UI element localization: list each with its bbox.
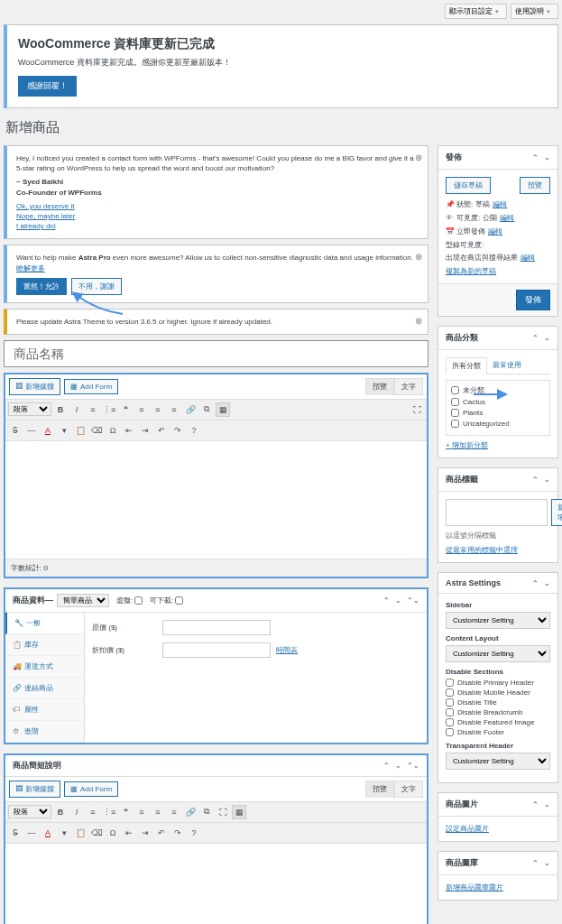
chevron-updown-icon[interactable]: ⌃⌄ bbox=[407, 762, 419, 770]
cat-checkbox[interactable] bbox=[451, 386, 459, 394]
cat-tab-all[interactable]: 所有分類 bbox=[446, 357, 487, 374]
toolbar-toggle-icon[interactable]: ▦ bbox=[232, 805, 246, 819]
virtual-checkbox[interactable] bbox=[134, 596, 143, 605]
italic-icon[interactable]: I bbox=[69, 805, 84, 819]
indent-icon[interactable]: ⇥ bbox=[138, 826, 152, 840]
add-form-button[interactable]: ▦Add Form bbox=[64, 781, 118, 797]
chevron-down-icon[interactable]: ⌄ bbox=[544, 800, 550, 808]
special-char-icon[interactable]: Ω bbox=[106, 826, 120, 840]
cat-checkbox[interactable] bbox=[451, 420, 459, 428]
chevron-up-icon[interactable]: ⌃ bbox=[383, 762, 390, 770]
pd-tab-attributes[interactable]: 🏷屬性 bbox=[5, 699, 84, 721]
edit-status-link[interactable]: 編輯 bbox=[493, 199, 507, 209]
set-image-link[interactable]: 設定商品圖片 bbox=[446, 824, 489, 834]
pd-tab-advanced[interactable]: ⚙進階 bbox=[5, 721, 84, 743]
screen-options-button[interactable]: 顯示項目設定 bbox=[445, 4, 507, 19]
toolbar-toggle-icon[interactable]: ▦ bbox=[216, 402, 230, 417]
chevron-updown-icon[interactable]: ⌃⌄ bbox=[407, 596, 419, 605]
add-form-button[interactable]: ▦Add Form bbox=[64, 379, 118, 394]
product-title-input[interactable] bbox=[4, 340, 428, 367]
copy-draft-link[interactable]: 複製為新的草稿 bbox=[446, 266, 550, 276]
clear-format-icon[interactable]: ⌫ bbox=[89, 423, 104, 438]
sale-price-input[interactable] bbox=[162, 642, 271, 658]
transparent-select[interactable]: Customizer Setting bbox=[446, 753, 550, 770]
strike-icon[interactable]: S̶ bbox=[8, 423, 23, 438]
undo-icon[interactable]: ↶ bbox=[154, 423, 169, 438]
disable-footer-checkbox[interactable] bbox=[446, 728, 454, 736]
close-icon[interactable]: ⊗ bbox=[415, 152, 422, 164]
add-tag-button[interactable]: 新增 bbox=[551, 499, 562, 526]
wpforms-link-ok[interactable]: Ok, you deserve it bbox=[16, 201, 419, 211]
clear-format-icon[interactable]: ⌫ bbox=[89, 826, 104, 840]
chevron-up-icon[interactable]: ⌃ bbox=[532, 859, 539, 867]
text-color-icon[interactable]: A bbox=[41, 423, 55, 438]
more-icon[interactable]: ⧉ bbox=[199, 402, 214, 417]
chevron-up-icon[interactable]: ⌃ bbox=[383, 596, 390, 605]
fullscreen-icon[interactable]: ⛶ bbox=[410, 402, 424, 417]
wc-notice-dismiss-button[interactable]: 感謝回覆！ bbox=[18, 76, 77, 97]
align-center-icon[interactable]: ≡ bbox=[151, 805, 165, 819]
align-left-icon[interactable]: ≡ bbox=[134, 805, 149, 819]
disable-mobile-header-checkbox[interactable] bbox=[446, 688, 454, 697]
chevron-down-icon[interactable]: ⌄ bbox=[395, 762, 401, 770]
list-ul-icon[interactable]: ≡ bbox=[86, 805, 100, 819]
sidebar-select[interactable]: Customizer Setting bbox=[446, 612, 550, 629]
save-draft-button[interactable]: 儲存草稿 bbox=[446, 177, 491, 194]
align-right-icon[interactable]: ≡ bbox=[167, 805, 181, 819]
caret-icon[interactable]: ▾ bbox=[57, 423, 71, 438]
chevron-down-icon[interactable]: ⌄ bbox=[544, 334, 550, 342]
add-media-button[interactable]: 🖼新增媒體 bbox=[9, 378, 60, 395]
astra-deny-button[interactable]: 不用，謝謝 bbox=[71, 278, 122, 295]
chevron-up-icon[interactable]: ⌃ bbox=[532, 800, 539, 808]
product-type-select[interactable]: 簡單商品 bbox=[57, 594, 109, 607]
paragraph-select[interactable]: 段落 bbox=[8, 402, 51, 416]
wpforms-link-nope[interactable]: Nope, maybe later bbox=[16, 211, 419, 221]
disable-breadcrumb-checkbox[interactable] bbox=[446, 708, 454, 716]
tab-visual[interactable]: 預覽 bbox=[365, 378, 394, 395]
tag-input[interactable] bbox=[446, 499, 548, 526]
help-icon[interactable]: ? bbox=[187, 826, 201, 840]
chevron-down-icon[interactable]: ⌄ bbox=[544, 859, 550, 867]
disable-featured-image-checkbox[interactable] bbox=[446, 718, 454, 726]
link-icon[interactable]: 🔗 bbox=[183, 402, 198, 417]
astra-learn-more-link[interactable]: 瞭解更多 bbox=[16, 263, 45, 273]
cat-checkbox[interactable] bbox=[451, 409, 459, 417]
layout-select[interactable]: Customizer Setting bbox=[446, 645, 550, 662]
redo-icon[interactable]: ↷ bbox=[170, 423, 185, 438]
chevron-down-icon[interactable]: ⌄ bbox=[544, 476, 550, 484]
cat-checkbox[interactable] bbox=[451, 398, 459, 406]
add-media-button[interactable]: 🖼新增媒體 bbox=[9, 781, 60, 798]
wpforms-link-already[interactable]: I already did bbox=[16, 221, 419, 231]
paste-text-icon[interactable]: 📋 bbox=[73, 423, 88, 438]
strike-icon[interactable]: S̶ bbox=[8, 826, 23, 840]
tab-text[interactable]: 文字 bbox=[394, 378, 423, 395]
tab-text[interactable]: 文字 bbox=[394, 781, 423, 798]
help-button[interactable]: 使用說明 bbox=[511, 4, 558, 19]
list-ol-icon[interactable]: ⋮≡ bbox=[102, 805, 116, 819]
publish-button[interactable]: 發佈 bbox=[516, 290, 550, 310]
hr-icon[interactable]: — bbox=[24, 423, 39, 438]
link-icon[interactable]: 🔗 bbox=[183, 805, 198, 819]
redo-icon[interactable]: ↷ bbox=[170, 826, 185, 840]
short-desc-editor[interactable] bbox=[5, 844, 427, 924]
special-char-icon[interactable]: Ω bbox=[106, 423, 120, 438]
editor-content[interactable] bbox=[5, 441, 427, 559]
pd-tab-general[interactable]: 🔧一般 bbox=[5, 613, 84, 634]
edit-visibility-link[interactable]: 編輯 bbox=[500, 213, 514, 223]
edit-date-link[interactable]: 編輯 bbox=[488, 226, 502, 236]
edit-catalog-link[interactable]: 編輯 bbox=[521, 253, 535, 263]
chevron-down-icon[interactable]: ⌄ bbox=[395, 596, 401, 605]
more-icon[interactable]: ⧉ bbox=[199, 805, 214, 819]
downloadable-checkbox[interactable] bbox=[175, 596, 183, 605]
disable-header-checkbox[interactable] bbox=[446, 679, 454, 687]
bold-icon[interactable]: B bbox=[53, 805, 68, 819]
disable-title-checkbox[interactable] bbox=[446, 698, 454, 707]
tab-visual[interactable]: 預覽 bbox=[365, 781, 394, 798]
italic-icon[interactable]: I bbox=[69, 402, 84, 417]
pd-tab-shipping[interactable]: 🚚運送方式 bbox=[5, 656, 84, 678]
pd-tab-linked[interactable]: 🔗連結商品 bbox=[5, 678, 84, 699]
chevron-up-icon[interactable]: ⌃ bbox=[532, 153, 539, 162]
chevron-up-icon[interactable]: ⌃ bbox=[532, 579, 539, 587]
preview-button[interactable]: 預覽 bbox=[520, 177, 550, 194]
astra-allow-button[interactable]: 當然！允許 bbox=[16, 278, 67, 295]
